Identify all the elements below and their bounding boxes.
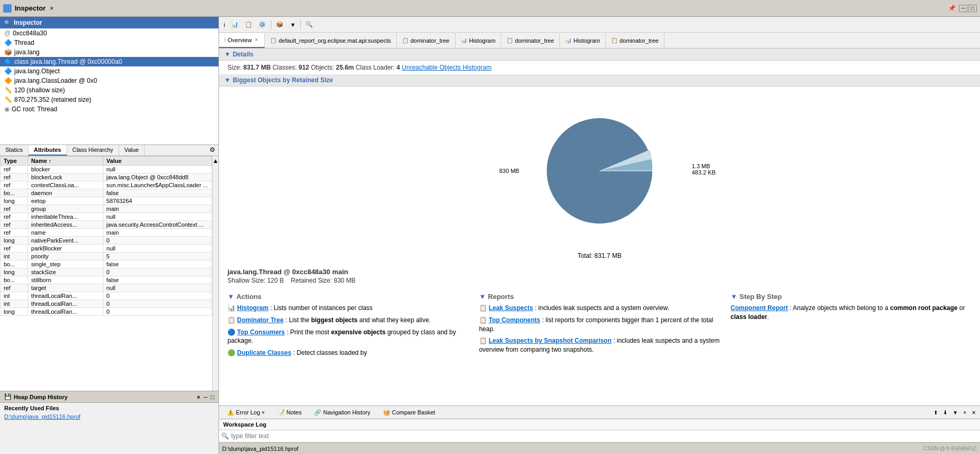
step-component-report: Component Report : Analyze objects which… bbox=[730, 304, 972, 322]
toolbar-dropdown-btn[interactable]: ▼ bbox=[287, 20, 298, 30]
tree-item[interactable]: 🔶 java.lang.ClassLoader @ 0x0 bbox=[0, 76, 218, 85]
histogram-link[interactable]: Histogram bbox=[237, 304, 268, 312]
cell-value: 0 bbox=[103, 237, 212, 245]
table-row[interactable]: long eetop 58763264 bbox=[1, 197, 212, 205]
unreachable-link[interactable]: Unreachable Objects Histogram bbox=[402, 64, 491, 71]
table-row[interactable]: ref name main bbox=[1, 229, 212, 237]
toolbar-oql-btn[interactable]: ⚙️ bbox=[256, 20, 269, 30]
table-row[interactable]: long threadLocalRan... 0 bbox=[1, 308, 212, 316]
actions-arrow: ▼ bbox=[227, 293, 234, 301]
tree-item-selected[interactable]: 🔷 class java.lang.Thread @ 0xc00000a0 bbox=[0, 57, 218, 66]
tab-class-hierarchy[interactable]: Class Hierarchy bbox=[67, 145, 119, 156]
shallow-size: Shallow Size: 120 B bbox=[227, 277, 284, 284]
tree-item[interactable]: @ 0xcc848a30 bbox=[0, 28, 218, 38]
heap-dump-content: Recently Used Files D:\dump\java_pid1511… bbox=[0, 403, 218, 422]
bottom-tab-error-log[interactable]: ⚠️ Error Log × bbox=[221, 408, 271, 418]
heap-file-path[interactable]: D:\dump\java_pid15116.hprof bbox=[4, 413, 214, 420]
table-row[interactable]: ref contextClassLoa... sun.misc.Launcher… bbox=[1, 181, 212, 189]
cell-name: target bbox=[28, 284, 103, 292]
tree-item[interactable]: 🔷 java.lang.Object bbox=[0, 66, 218, 76]
tab-histogram-1[interactable]: 📊 Histogram bbox=[455, 33, 501, 48]
tab-statics[interactable]: Statics bbox=[0, 145, 28, 156]
scroll-indicator[interactable]: ▲ bbox=[212, 156, 218, 391]
bottom-btn-1[interactable]: ⬆ bbox=[931, 409, 940, 416]
tab-default-report[interactable]: 📋 default_report_org.eclipse.mat.api:sus… bbox=[265, 33, 397, 48]
table-row[interactable]: int threadLocalRan... 0 bbox=[1, 292, 212, 300]
tree-item[interactable]: 📦 java.lang bbox=[0, 47, 218, 57]
search-input[interactable] bbox=[229, 431, 978, 441]
toolbar-histogram-btn[interactable]: 📊 bbox=[229, 20, 241, 30]
cell-type: ref bbox=[1, 229, 28, 237]
table-row[interactable]: ref target null bbox=[1, 284, 212, 292]
tab-histogram-2[interactable]: 📊 Histogram bbox=[560, 33, 606, 48]
bottom-btn-x2[interactable]: ✕ bbox=[969, 409, 978, 416]
cell-type: ref bbox=[1, 221, 28, 229]
tab-overview-close[interactable]: × bbox=[254, 37, 259, 43]
details-arrow: ▼ bbox=[224, 51, 231, 58]
bottom-tab-compare-basket[interactable]: 🧺 Compare Basket bbox=[377, 408, 441, 418]
bottom-tabs: ⚠️ Error Log × 📝 Notes 🔗 Navigation Hist… bbox=[219, 405, 980, 419]
table-row[interactable]: ref parkBlocker null bbox=[1, 245, 212, 253]
tab-overview[interactable]: i Overview × bbox=[219, 33, 265, 48]
tab-dominator-tree-3[interactable]: 📋 dominator_tree bbox=[606, 33, 664, 48]
minimize-button[interactable]: ─ bbox=[959, 5, 967, 12]
toolbar-info-btn[interactable]: i bbox=[221, 20, 227, 30]
table-row[interactable]: int priority 5 bbox=[1, 253, 212, 260]
tab-value[interactable]: Value bbox=[119, 145, 145, 156]
title-close[interactable]: × bbox=[50, 5, 54, 12]
bottom-btn-close[interactable]: × bbox=[961, 409, 968, 416]
top-consumers-link[interactable]: Top Consumers bbox=[237, 329, 284, 336]
cell-name: inheritedAccess... bbox=[28, 221, 103, 229]
table-row[interactable]: ref blockerLock java.lang.Object @ 0xcc8… bbox=[1, 173, 212, 181]
heap-dump-min[interactable]: ─ bbox=[204, 394, 208, 400]
actions-column: ▼ Actions 📊 Histogram : Lists number of … bbox=[227, 293, 469, 361]
table-row[interactable]: int threadLocalRan... 0 bbox=[1, 300, 212, 308]
bottom-btn-2[interactable]: ⬇ bbox=[941, 409, 949, 416]
leak-comparison-link[interactable]: Leak Suspects by Snapshot Comparison bbox=[489, 337, 612, 344]
bottom-btn-dropdown[interactable]: ▼ bbox=[950, 409, 960, 416]
table-row[interactable]: bo... stillborn false bbox=[1, 276, 212, 284]
error-log-close[interactable]: × bbox=[262, 410, 265, 416]
tree-item[interactable]: 🔷 Thread bbox=[0, 38, 218, 47]
leak-comp-icon: 📋 bbox=[479, 337, 487, 344]
leak-suspects-link[interactable]: Leak Suspects bbox=[489, 304, 533, 312]
top-components-link[interactable]: Top Components bbox=[489, 316, 540, 324]
heap-dump-max[interactable]: □ bbox=[211, 394, 214, 400]
bottom-tab-notes[interactable]: 📝 Notes bbox=[272, 408, 308, 418]
table-row[interactable]: ref inheritedAccess... java.security.Acc… bbox=[1, 221, 212, 229]
bottom-tab-nav-history[interactable]: 🔗 Navigation History bbox=[308, 408, 376, 418]
tab-dominator-tree-2[interactable]: 📋 dominator_tree bbox=[501, 33, 560, 48]
table-row[interactable]: ref blocker null bbox=[1, 166, 212, 173]
dominator-link[interactable]: Dominator Tree bbox=[237, 316, 283, 324]
toolbar-dominator-btn[interactable]: 📋 bbox=[242, 20, 255, 30]
tab-dominator-tree-1[interactable]: 📋 dominator_tree bbox=[397, 33, 455, 48]
toolbar-export-btn[interactable]: 📦 bbox=[273, 20, 286, 30]
tree-item[interactable]: ◉ GC root: Thread bbox=[0, 104, 218, 114]
tree-item[interactable]: 📏 870,275,352 (retained size) bbox=[0, 95, 218, 104]
biggest-objects-header[interactable]: ▼ Biggest Objects by Retained Size bbox=[219, 74, 980, 86]
component-report-link[interactable]: Component Report bbox=[730, 304, 788, 312]
pin-icon[interactable]: 📌 bbox=[946, 5, 958, 12]
cell-type: int bbox=[1, 253, 28, 260]
cell-value: 0 bbox=[103, 292, 212, 300]
table-row[interactable]: bo... single_step false bbox=[1, 260, 212, 268]
details-section-header[interactable]: ▼ Details bbox=[219, 49, 980, 61]
props-settings-icon[interactable]: ⚙ bbox=[206, 145, 218, 156]
tree-item[interactable]: 📏 120 (shallow size) bbox=[0, 85, 218, 95]
heap-dump-close[interactable]: × bbox=[197, 394, 200, 400]
objects-value: 25.6m bbox=[336, 64, 354, 71]
duplicate-link[interactable]: Duplicate Classes bbox=[237, 349, 291, 356]
table-row[interactable]: ref inheritableThrea... null bbox=[1, 213, 212, 221]
table-row[interactable]: long stackSize 0 bbox=[1, 268, 212, 276]
table-row[interactable]: bo... daemon false bbox=[1, 189, 212, 197]
inspector-tree[interactable]: @ 0xcc848a30 🔷 Thread 📦 java.lang 🔷 clas… bbox=[0, 28, 218, 144]
classloader-icon: 🔶 bbox=[4, 77, 12, 84]
tab-attributes[interactable]: Attributes bbox=[28, 145, 67, 156]
table-row[interactable]: ref group main bbox=[1, 205, 212, 213]
compare-basket-icon: 🧺 bbox=[383, 409, 391, 416]
table-row[interactable]: long nativeParkEvent... 0 bbox=[1, 237, 212, 245]
props-table[interactable]: Type Name ↑ Value ref blocker null ref b… bbox=[0, 156, 212, 391]
maximize-button[interactable]: □ bbox=[968, 5, 977, 12]
toolbar-search-btn[interactable]: 🔍 bbox=[303, 20, 316, 30]
tab-default-report-label: default_report_org.eclipse.mat.api:suspe… bbox=[279, 37, 391, 44]
